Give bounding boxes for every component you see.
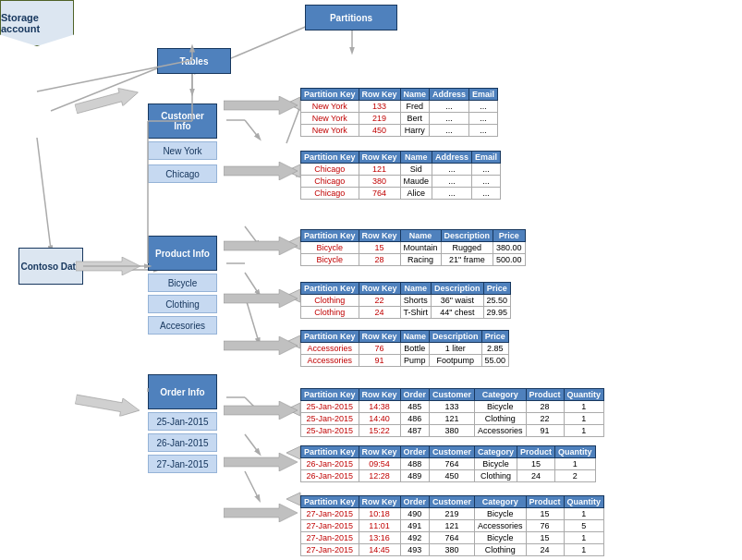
- arrow-product-accessories: [224, 336, 298, 355]
- tables-label: Tables: [157, 48, 231, 74]
- product-info-group: Product Info: [148, 236, 217, 271]
- svg-marker-25: [224, 96, 298, 115]
- customer-ny-partition: New York: [148, 141, 217, 160]
- arrow-order-jan25: [224, 401, 298, 420]
- svg-marker-35: [74, 390, 140, 420]
- svg-line-16: [245, 471, 259, 499]
- svg-line-1: [37, 138, 51, 250]
- arrow-customer-chicago: [224, 162, 298, 180]
- clothing-table: Partition KeyRow KeyNameDescriptionPrice…: [300, 282, 511, 319]
- partitions-label: Partitions: [305, 5, 397, 30]
- clothing-partition: Clothing: [148, 295, 217, 313]
- storage-account-label: Storage account: [1, 12, 73, 34]
- arrow-storage-product: [76, 257, 140, 275]
- customer-chicago-table: Partition KeyRow KeyNameAddressEmail Chi…: [300, 151, 501, 200]
- customer-info-group: Customer Info: [148, 103, 217, 139]
- svg-marker-31: [224, 453, 298, 471]
- customer-ny-table: Partition KeyRow KeyNameAddressEmail New…: [300, 88, 498, 137]
- svg-marker-29: [224, 336, 298, 355]
- svg-marker-26: [224, 162, 298, 180]
- storage-account-box: Storage account: [0, 0, 74, 46]
- arrow-storage-customer: [73, 83, 140, 117]
- accessories-table: Partition KeyRow KeyNameDescriptionPrice…: [300, 330, 509, 367]
- jan27-partition: 27-Jan-2015: [148, 455, 217, 473]
- order-jan26-table: Partition KeyRow KeyOrderCustomerCategor…: [300, 445, 596, 482]
- order-info-group: Order Info: [148, 374, 217, 409]
- diagram: Storage account Partitions Tables Contos…: [0, 0, 742, 560]
- arrow-customer-ny: [224, 96, 298, 115]
- svg-marker-28: [224, 289, 298, 308]
- order-jan25-table: Partition KeyRow KeyOrderCustomerCategor…: [300, 388, 604, 437]
- svg-marker-32: [224, 504, 298, 522]
- arrow-product-bicycle: [224, 237, 298, 255]
- arrow-product-clothing: [224, 289, 298, 308]
- bicycle-partition: Bicycle: [148, 274, 217, 292]
- customer-chicago-partition: Chicago: [148, 164, 217, 183]
- jan26-partition: 26-Jan-2015: [148, 433, 217, 452]
- svg-line-6: [245, 120, 259, 138]
- svg-marker-33: [73, 83, 140, 117]
- svg-marker-30: [224, 401, 298, 420]
- bicycle-table: Partition KeyRow KeyNameDescriptionPrice…: [300, 229, 526, 266]
- arrow-order-jan27: [224, 504, 298, 522]
- order-jan27-table: Partition KeyRow KeyOrderCustomerCategor…: [300, 495, 604, 556]
- contoso-data-box: Contoso Data: [18, 248, 83, 285]
- arrow-order-jan26: [224, 453, 298, 471]
- svg-marker-34: [76, 257, 140, 275]
- svg-line-15: [245, 434, 259, 453]
- jan25-partition: 25-Jan-2015: [148, 412, 217, 431]
- arrow-storage-order: [74, 390, 140, 420]
- accessories-partition: Accesories: [148, 316, 217, 335]
- svg-marker-27: [224, 237, 298, 255]
